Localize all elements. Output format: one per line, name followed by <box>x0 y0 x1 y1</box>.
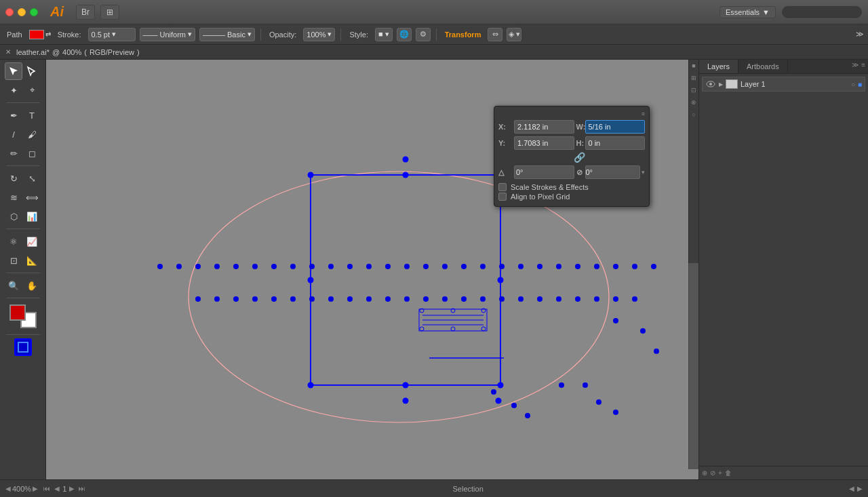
slice-tool[interactable]: ⊡ <box>5 252 22 269</box>
path-label: Path <box>4 31 25 39</box>
pen-tool[interactable]: ✒ <box>5 106 22 124</box>
close-button[interactable] <box>5 8 14 16</box>
pixel-grid-checkbox[interactable] <box>498 193 507 201</box>
warp-tool[interactable]: ≋ <box>5 188 22 206</box>
panel-expand-icon[interactable]: ≫ <box>852 61 859 72</box>
zoom-value: 400% <box>12 485 31 493</box>
stroke-profile-dropdown[interactable]: ———Basic▾ <box>199 28 255 41</box>
layer-row[interactable]: ▶ Layer 1 ○ ■ <box>702 77 865 92</box>
panel-expand[interactable]: ≫ <box>856 30 864 39</box>
width-tool[interactable]: ⟺ <box>23 188 41 206</box>
color-swatches[interactable] <box>9 304 37 328</box>
paintbrush-tool[interactable]: 🖌 <box>23 125 41 143</box>
color-icon[interactable]: ■ <box>692 62 695 69</box>
canvas-area[interactable]: ≡ X: W: Y: H: 🔗 △ <box>46 60 698 479</box>
y-input[interactable] <box>514 136 574 150</box>
svg-point-71 <box>451 327 455 331</box>
main-area: ✦ ⌖ ✒ T / 🖌 ✏ ◻ ↻ ⤡ ≋ ⟺ ⬡ 📊 ⚛ <box>0 60 868 479</box>
foreground-color-swatch[interactable] <box>9 304 26 321</box>
svg-point-81 <box>596 399 601 405</box>
line-tool[interactable]: / <box>5 125 22 143</box>
delete-layer-icon[interactable]: 🗑 <box>725 469 732 477</box>
panel-menu-icon[interactable]: ≡ <box>861 61 865 72</box>
layer-expand-arrow[interactable]: ▶ <box>719 81 723 87</box>
next-page-btn[interactable]: ▶ <box>68 485 76 492</box>
magic-wand-tool[interactable]: ✦ <box>5 81 22 99</box>
svg-point-43 <box>233 296 239 302</box>
arrange-button[interactable]: ⊞ <box>100 5 119 20</box>
pencil-tool[interactable]: ✏ <box>5 144 22 162</box>
globe-icon[interactable]: 🌐 <box>397 28 412 41</box>
h-input[interactable] <box>585 136 646 150</box>
opacity-dropdown[interactable]: 100%▾ <box>303 28 335 41</box>
transform-panel-expand[interactable]: ≡ <box>642 111 645 117</box>
stroke-type-dropdown[interactable]: ——Uniform▾ <box>140 28 196 41</box>
doc-zoom: 400% <box>62 48 81 56</box>
symbol-tool[interactable]: ⚛ <box>5 233 22 250</box>
tab-layers[interactable]: Layers <box>699 60 738 73</box>
art-prev-btn[interactable]: ◀ <box>849 485 854 492</box>
svg-point-55 <box>461 296 467 302</box>
minimize-button[interactable] <box>18 8 26 16</box>
svg-point-30 <box>461 264 467 269</box>
angle2-arrow[interactable]: ▾ <box>642 169 645 176</box>
column-graph-tool[interactable]: 📈 <box>23 233 41 250</box>
bridge-button[interactable]: Br <box>76 5 95 20</box>
scale-effects-checkbox[interactable] <box>498 183 507 191</box>
angle1-input[interactable] <box>514 165 574 179</box>
zoom-in-btn[interactable]: ▶ <box>33 485 38 492</box>
x-label: X: <box>498 123 512 131</box>
tab-artboards[interactable]: Artboards <box>738 60 788 73</box>
pathfinder-icon[interactable]: ◈ ▾ <box>507 28 521 41</box>
measure-tool[interactable]: 📐 <box>23 252 41 269</box>
zoom-out-btn[interactable]: ◀ <box>5 485 11 492</box>
svg-point-6 <box>498 382 504 389</box>
first-page-btn[interactable]: ⏮ <box>42 485 52 492</box>
panel-tabs: Layers Artboards ≫ ≡ <box>699 60 868 74</box>
zoom-tool[interactable]: 🔍 <box>5 277 22 294</box>
graph-tool[interactable]: 📊 <box>23 207 41 225</box>
eraser-tool[interactable]: ◻ <box>23 144 41 162</box>
stroke-icon-strip[interactable]: ○ <box>692 111 695 118</box>
angle2-input[interactable] <box>585 165 641 179</box>
zoom-display: ◀ 400% ▶ <box>5 485 38 493</box>
layer-visibility-icon[interactable] <box>705 79 716 89</box>
svg-point-17 <box>214 264 220 269</box>
last-page-btn[interactable]: ⏭ <box>77 485 87 492</box>
make-clip-icon[interactable]: ⊕ <box>702 469 707 477</box>
search-input[interactable] <box>781 5 863 19</box>
stroke-color-swatch[interactable] <box>29 30 44 39</box>
align-icon[interactable]: ⇔ <box>488 28 502 41</box>
hand-tool[interactable]: ✋ <box>23 277 41 294</box>
transform-icon-strip[interactable]: ⊡ <box>691 87 696 94</box>
transform-btn[interactable]: Transform <box>442 31 484 39</box>
magic-lasso-tools: ✦ ⌖ <box>5 81 41 99</box>
settings-icon[interactable]: ⚙ <box>416 28 431 41</box>
lasso-tool[interactable]: ⌖ <box>23 81 41 99</box>
tab-close-icon[interactable]: ✕ <box>5 48 11 56</box>
rectangle-tool-active[interactable] <box>14 338 32 356</box>
style-dropdown[interactable]: ■ ▾ <box>375 28 393 41</box>
link-icon[interactable]: 🔗 <box>576 152 583 163</box>
stroke-width-dropdown[interactable]: 0.5 pt▾ <box>88 28 136 41</box>
x-input[interactable] <box>514 120 574 134</box>
w-input[interactable] <box>585 120 646 134</box>
maximize-button[interactable] <box>30 8 38 16</box>
add-layer-icon[interactable]: + <box>718 469 722 477</box>
scale-tool[interactable]: ⤡ <box>23 170 41 187</box>
essentials-dropdown[interactable]: Essentials ▼ <box>719 6 776 18</box>
svg-point-18 <box>233 264 239 269</box>
art-next-btn[interactable]: ▶ <box>857 485 863 492</box>
rotate-tool[interactable]: ↻ <box>5 170 22 187</box>
selection-tool[interactable] <box>5 62 22 80</box>
transform-panel-header: ≡ <box>498 111 645 117</box>
direct-selection-tool[interactable] <box>23 62 41 80</box>
stroke-swap-icon: ⇄ <box>45 31 51 38</box>
align-icon-strip[interactable]: ⊞ <box>691 75 696 81</box>
pathfinder-icon-strip[interactable]: ⊗ <box>691 99 696 106</box>
build-tool[interactable]: ⬡ <box>5 207 22 225</box>
prev-page-btn[interactable]: ◀ <box>53 485 61 492</box>
type-tool[interactable]: T <box>23 106 41 124</box>
layer-lock-icon[interactable]: ○ <box>851 81 855 88</box>
make-mask-icon[interactable]: ⊘ <box>710 469 715 477</box>
